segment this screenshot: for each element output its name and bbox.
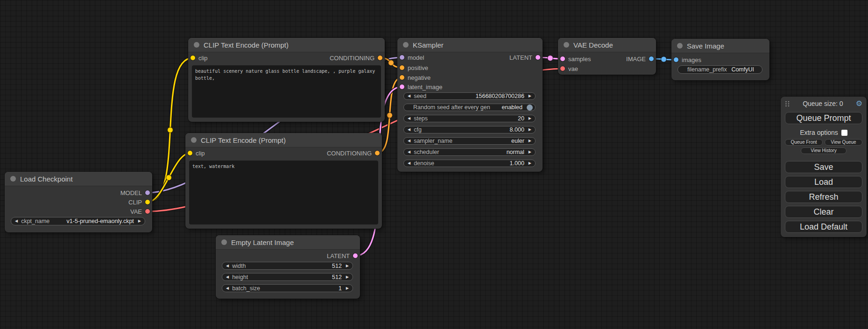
output-port-CONDITIONING[interactable]: [375, 151, 380, 155]
widget-height[interactable]: ◀height512▶: [222, 273, 353, 281]
queue-front-button[interactable]: Queue Front: [785, 139, 823, 146]
input-port-model[interactable]: [400, 55, 404, 60]
output-port-LATENT[interactable]: [353, 253, 358, 258]
increment-arrow-icon[interactable]: ▶: [346, 275, 349, 279]
view-history-button[interactable]: View History: [801, 147, 847, 154]
input-port-vae[interactable]: [560, 66, 565, 71]
decrement-arrow-icon[interactable]: ◀: [408, 161, 410, 165]
increment-arrow-icon[interactable]: ▶: [346, 264, 349, 268]
node-title-bar[interactable]: KSampler: [397, 38, 543, 52]
input-port-samples[interactable]: [560, 56, 565, 61]
node-title-bar[interactable]: Load Checkpoint: [5, 172, 152, 186]
widget-ckpt_name[interactable]: ◀ckpt_namev1-5-pruned-emaonly.ckpt▶: [11, 217, 145, 225]
output-port-MODEL[interactable]: [145, 190, 150, 195]
output-port-CONDITIONING[interactable]: [378, 56, 382, 60]
decrement-arrow-icon[interactable]: ◀: [226, 264, 229, 268]
decrement-arrow-icon[interactable]: ◀: [408, 94, 410, 98]
widget-sampler_name[interactable]: ◀sampler_nameeuler▶: [403, 137, 536, 145]
view-queue-button[interactable]: View Queue: [825, 139, 862, 146]
node-graph-canvas[interactable]: Load CheckpointMODELCLIPVAE◀ckpt_namev1-…: [0, 0, 868, 329]
output-port-CLIP[interactable]: [145, 200, 150, 204]
widget-random-seed-after-every-gen[interactable]: Random seed after every genenabled: [403, 104, 536, 111]
slot-input-group: clip: [188, 55, 208, 62]
input-port-clip[interactable]: [191, 56, 195, 60]
prompt-textarea[interactable]: text, watermark: [189, 161, 378, 224]
slot-input-group: model: [397, 54, 424, 61]
widget-label: cfg: [414, 126, 422, 133]
widget-filename_prefix[interactable]: filename_prefixComfyUI: [677, 65, 762, 74]
prompt-textarea[interactable]: beautiful scenery nature glass bottle la…: [192, 65, 381, 118]
slot-label: IMAGE: [626, 56, 646, 63]
queue-prompt-button[interactable]: Queue Prompt: [785, 112, 862, 124]
increment-arrow-icon[interactable]: ▶: [529, 150, 531, 154]
node-save-image[interactable]: Save Imageimagesfilename_prefixComfyUI: [671, 39, 769, 80]
slot-output-group: VAE: [130, 208, 152, 215]
collapse-dot-icon[interactable]: [677, 43, 683, 49]
widget-width[interactable]: ◀width512▶: [222, 262, 353, 270]
node-clip-encode-negative[interactable]: CLIP Text Encode (Prompt)clipCONDITIONIN…: [185, 133, 382, 229]
output-port-IMAGE[interactable]: [649, 56, 654, 61]
node-title-bar[interactable]: VAE Decode: [558, 38, 656, 52]
node-clip-encode-positive[interactable]: CLIP Text Encode (Prompt)clipCONDITIONIN…: [188, 38, 385, 122]
increment-arrow-icon[interactable]: ▶: [529, 117, 531, 120]
slot-row: samplesIMAGE: [558, 55, 656, 63]
decrement-arrow-icon[interactable]: ◀: [408, 128, 410, 132]
settings-gear-icon[interactable]: ⚙: [856, 100, 862, 107]
widget-cfg[interactable]: ◀cfg8.000▶: [403, 126, 536, 133]
increment-arrow-icon[interactable]: ▶: [346, 287, 349, 290]
input-port-latent_image[interactable]: [400, 84, 404, 89]
collapse-dot-icon[interactable]: [191, 137, 197, 143]
node-title-bar[interactable]: Save Image: [671, 39, 769, 53]
decrement-arrow-icon[interactable]: ◀: [408, 139, 410, 143]
increment-arrow-icon[interactable]: ▶: [138, 219, 141, 223]
collapse-dot-icon[interactable]: [564, 42, 569, 48]
widget-scheduler[interactable]: ◀schedulernormal▶: [403, 148, 536, 156]
link-midpoint-dot: [661, 56, 667, 62]
save-button[interactable]: Save: [785, 161, 862, 173]
decrement-arrow-icon[interactable]: ◀: [15, 219, 18, 223]
node-title-bar[interactable]: CLIP Text Encode (Prompt): [185, 133, 382, 147]
widget-label: steps: [414, 115, 428, 122]
input-port-positive[interactable]: [400, 65, 404, 70]
node-vae-decode[interactable]: VAE DecodesamplesIMAGEvae: [558, 38, 656, 75]
toggle-on-indicator[interactable]: [527, 105, 533, 111]
node-ksampler[interactable]: KSamplermodelLATENTpositivenegativelaten…: [397, 38, 543, 172]
node-title: Empty Latent Image: [231, 238, 294, 246]
collapse-dot-icon[interactable]: [221, 239, 227, 245]
panel-drag-handle-icon[interactable]: [785, 100, 790, 107]
increment-arrow-icon[interactable]: ▶: [529, 128, 531, 132]
node-title-bar[interactable]: CLIP Text Encode (Prompt): [188, 38, 385, 52]
widget-seed[interactable]: ◀seed156680208700286▶: [403, 92, 536, 100]
node-empty-latent-image[interactable]: Empty Latent ImageLATENT◀width512▶◀heigh…: [216, 235, 360, 299]
collapse-dot-icon[interactable]: [403, 42, 409, 48]
input-port-negative[interactable]: [400, 75, 404, 80]
decrement-arrow-icon[interactable]: ◀: [408, 117, 410, 120]
decrement-arrow-icon[interactable]: ◀: [408, 150, 410, 154]
increment-arrow-icon[interactable]: ▶: [529, 94, 531, 98]
decrement-arrow-icon[interactable]: ◀: [226, 287, 229, 290]
increment-arrow-icon[interactable]: ▶: [529, 161, 531, 165]
input-port-clip[interactable]: [188, 151, 192, 155]
slot-label: model: [408, 54, 424, 61]
load-button[interactable]: Load: [785, 176, 862, 188]
widget-batch_size[interactable]: ◀batch_size1▶: [222, 284, 353, 292]
node-title-bar[interactable]: Empty Latent Image: [216, 235, 360, 250]
widget-value: v1-5-pruned-emaonly.ckpt: [67, 218, 134, 224]
clear-button[interactable]: Clear: [785, 206, 862, 218]
collapse-dot-icon[interactable]: [10, 176, 16, 182]
extra-options-checkbox[interactable]: [841, 130, 847, 136]
widget-denoise[interactable]: ◀denoise1.000▶: [403, 160, 536, 167]
slot-input-group: positive: [397, 64, 428, 71]
input-port-images[interactable]: [674, 57, 678, 62]
widget-label: filename_prefix: [687, 66, 727, 73]
refresh-button[interactable]: Refresh: [785, 191, 862, 203]
load-default-button[interactable]: Load Default: [785, 221, 862, 233]
decrement-arrow-icon[interactable]: ◀: [226, 275, 229, 279]
collapse-dot-icon[interactable]: [194, 42, 199, 48]
output-port-VAE[interactable]: [145, 209, 150, 214]
increment-arrow-icon[interactable]: ▶: [529, 139, 531, 143]
slot-label: negative: [408, 74, 430, 81]
output-port-LATENT[interactable]: [536, 55, 540, 60]
node-load-checkpoint[interactable]: Load CheckpointMODELCLIPVAE◀ckpt_namev1-…: [5, 172, 152, 232]
widget-steps[interactable]: ◀steps20▶: [403, 115, 536, 122]
